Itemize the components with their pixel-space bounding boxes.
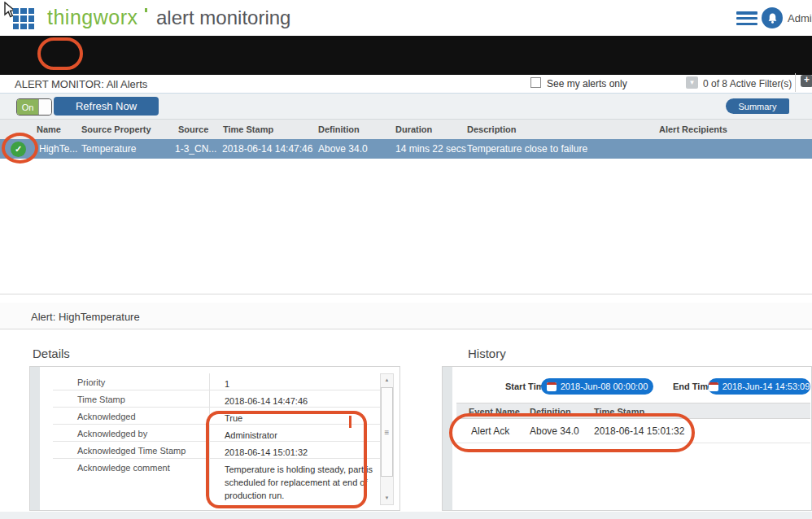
end-time-value: 2018-Jun-14 14:53:09 [723,382,810,391]
scroll-up-icon[interactable]: ▲ [381,374,393,386]
col-time-stamp[interactable]: Time Stamp [223,124,273,134]
alert-table-row-selected[interactable]: HighTe... Temperature 1-3_CN... 2018-06-… [0,139,812,159]
detail-label: Time Stamp [53,390,210,407]
detail-row-time-stamp: Time Stamp 2018-06-14 14:47:46 [53,390,380,408]
toggle-on-label: On [17,99,38,115]
alert-panel-title: Alert: HighTemperature [31,311,140,323]
cell-definition: Above 34.0 [318,143,368,155]
details-left-strip [30,367,40,510]
auto-refresh-toggle[interactable]: On [16,98,52,116]
end-time-label: End Time [673,382,713,391]
detail-value: 1 [210,373,380,390]
see-my-alerts-checkbox[interactable] [530,77,541,88]
bottom-strip [0,512,812,519]
notification-bell-icon[interactable] [762,7,783,28]
col-duration[interactable]: Duration [395,124,432,134]
detail-row-priority: Priority 1 [53,373,380,390]
action-toolbar: ↩ ✓ [0,36,812,75]
page-title: alert monitoring [156,7,290,29]
toggle-knob[interactable] [38,99,51,115]
thingworx-logo: thingworx [47,6,138,29]
filters-dropdown-icon[interactable]: ▾ [686,76,698,89]
col-definition[interactable]: Definition [318,124,360,134]
scroll-thumb[interactable]: ≡ [381,387,393,477]
see-my-alerts-label: See my alerts only [547,78,627,89]
annotation-rect-acknowledged-values [206,411,367,508]
col-source[interactable]: Source [178,124,208,134]
detail-label: Acknowledged by [53,425,210,441]
history-heading: History [468,347,506,360]
cell-name: HighTe... [39,143,77,155]
details-heading: Details [33,347,70,360]
cell-description: Temperature close to failure [467,143,587,155]
caret-down-icon: ▾ [690,78,694,86]
col-description[interactable]: Description [467,124,517,134]
grip-icon: ≡ [385,428,390,437]
cell-duration: 14 mins 22 secs [395,143,466,155]
plus-icon: + [804,74,810,85]
annotation-circle-acknowledged-badge [2,133,38,164]
start-time-value: 2018-Jun-08 00:00:00 [561,382,648,391]
start-time-picker[interactable]: 2018-Jun-08 00:00:00 [541,378,653,395]
summary-button[interactable]: Summary [726,98,789,114]
end-time-picker[interactable]: 2018-Jun-14 14:53:09 [708,378,810,395]
registered-mark-icon [145,8,147,12]
col-alert-recipients[interactable]: Alert Recipients [659,124,727,134]
divider [795,73,796,92]
user-name[interactable]: Administrator [788,12,812,24]
active-filters-label: 0 of 8 Active Filter(s) [703,78,792,89]
detail-value: 2018-06-14 14:47:46 [210,390,380,407]
col-source-property[interactable]: Source Property [81,124,151,134]
panel-divider [0,294,812,294]
calendar-icon [547,382,557,391]
alert-monitoring-app: thingworx alert monitoring Administrator… [0,0,812,519]
alerts-table-header: Name Source Property Source Time Stamp D… [0,120,812,139]
details-scrollbar[interactable]: ▲ ≡ ▼ [380,373,394,505]
refresh-now-button[interactable]: Refresh Now [54,97,159,116]
monitor-title: ALERT MONITOR: All Alerts [15,78,147,90]
detail-label: Priority [53,373,210,390]
cell-time-stamp: 2018-06-14 14:47:46 [222,143,312,155]
menu-icon[interactable] [736,11,757,25]
detail-label: Acknowledged Time Stamp [53,442,210,458]
app-launcher-icon[interactable] [13,8,34,29]
calendar-icon [709,382,718,391]
cell-source-property: Temperature [81,143,136,155]
annotation-tick [349,416,351,428]
detail-label: Acknowledged [53,408,210,424]
cell-source: 1-3_CN... [175,143,216,155]
scroll-down-icon[interactable]: ▼ [381,492,393,504]
app-header: thingworx alert monitoring Administrator [0,0,812,36]
detail-label: Acknowledge comment [53,459,210,505]
annotation-circle-acknowledge-button [37,37,83,70]
alert-panel-header: Alert: HighTemperature [0,303,812,329]
col-name[interactable]: Name [37,124,61,134]
annotation-rect-history-row [449,413,695,452]
add-filter-button[interactable]: + [801,75,812,87]
